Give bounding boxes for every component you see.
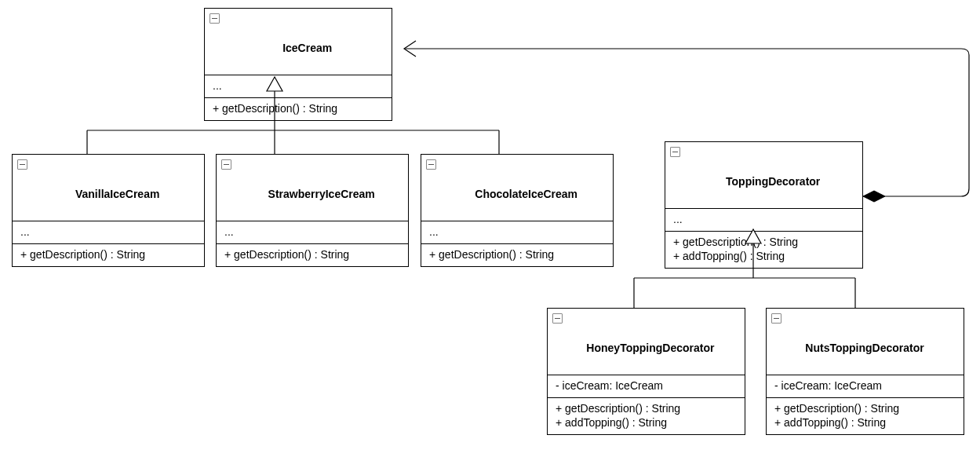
collapse-icon[interactable] bbox=[771, 313, 781, 324]
class-ops: + getDescription() : String bbox=[224, 248, 349, 261]
association-open-arrow bbox=[404, 41, 416, 57]
class-strawberry: StrawberryIceCream ... + getDescription(… bbox=[216, 154, 409, 267]
class-name: StrawberryIceCream bbox=[268, 188, 375, 200]
class-chocolate: ChocolateIceCream ... + getDescription()… bbox=[421, 154, 614, 267]
collapse-icon[interactable] bbox=[670, 147, 680, 157]
class-attrs: ... bbox=[20, 225, 30, 238]
class-attrs: ... bbox=[429, 225, 439, 238]
class-attrs: - iceCream: IceCream bbox=[774, 379, 882, 392]
class-attrs: ... bbox=[673, 213, 683, 225]
class-attrs: ... bbox=[213, 79, 222, 92]
class-name: ChocolateIceCream bbox=[475, 188, 577, 200]
class-nuts: NutsToppingDecorator - iceCream: IceCrea… bbox=[766, 308, 964, 435]
collapse-icon[interactable] bbox=[552, 313, 563, 324]
class-icecream: IceCream ... + getDescription() : String bbox=[204, 8, 392, 121]
class-honey: HoneyToppingDecorator - iceCream: IceCre… bbox=[547, 308, 745, 435]
class-attrs: - iceCream: IceCream bbox=[556, 379, 663, 392]
class-ops: + getDescription() : String + addTopping… bbox=[556, 402, 680, 429]
uml-canvas: IceCream ... + getDescription() : String… bbox=[0, 0, 980, 468]
composition-diamond bbox=[863, 191, 885, 202]
class-name: HoneyToppingDecorator bbox=[586, 342, 714, 354]
collapse-icon[interactable] bbox=[209, 13, 220, 24]
collapse-icon[interactable] bbox=[426, 159, 436, 170]
class-toppingdecorator: ToppingDecorator ... + getDescription() … bbox=[665, 141, 863, 269]
class-name: ToppingDecorator bbox=[726, 175, 820, 188]
class-ops: + getDescription() : String bbox=[429, 248, 554, 261]
class-attrs: ... bbox=[224, 225, 234, 238]
class-name: IceCream bbox=[282, 42, 332, 54]
collapse-icon[interactable] bbox=[221, 159, 231, 170]
class-ops: + getDescription() : String bbox=[213, 102, 337, 115]
class-name: NutsToppingDecorator bbox=[805, 342, 924, 354]
class-vanilla: VanillaIceCream ... + getDescription() :… bbox=[12, 154, 205, 267]
class-ops: + getDescription() : String + addTopping… bbox=[774, 402, 899, 429]
class-ops: + getDescription() : String + addTopping… bbox=[673, 236, 798, 262]
class-ops: + getDescription() : String bbox=[20, 248, 145, 261]
collapse-icon[interactable] bbox=[17, 159, 27, 170]
class-name: VanillaIceCream bbox=[75, 188, 159, 200]
